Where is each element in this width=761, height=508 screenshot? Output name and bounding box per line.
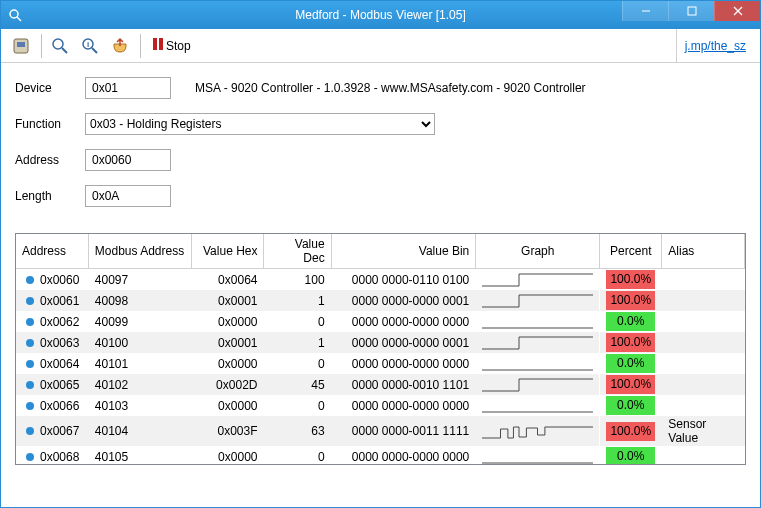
cell-graph bbox=[476, 395, 600, 416]
cell-percent: 100.0% bbox=[600, 374, 662, 395]
cell-alias bbox=[662, 311, 745, 332]
minimize-button[interactable] bbox=[622, 1, 668, 21]
cell-value-dec: 0 bbox=[264, 353, 331, 374]
device-input[interactable] bbox=[85, 77, 171, 99]
table-row[interactable]: 0x0068401050x000000000 0000-0000 00000.0… bbox=[16, 446, 745, 465]
cell-value-hex: 0x0001 bbox=[192, 290, 264, 311]
cell-graph bbox=[476, 269, 600, 291]
cell-address: 0x0064 bbox=[40, 357, 79, 371]
table-row[interactable]: 0x0067401040x003F630000 0000-0011 111110… bbox=[16, 416, 745, 446]
app-icon bbox=[7, 7, 23, 23]
close-button[interactable] bbox=[714, 1, 760, 21]
device-label: Device bbox=[15, 81, 85, 95]
cell-address: 0x0068 bbox=[40, 450, 79, 464]
export-button[interactable] bbox=[106, 32, 134, 60]
cell-value-dec: 0 bbox=[264, 311, 331, 332]
table-row[interactable]: 0x0066401030x000000000 0000-0000 00000.0… bbox=[16, 395, 745, 416]
bullet-icon bbox=[26, 276, 34, 284]
table-row[interactable]: 0x0065401020x002D450000 0000-0010 110110… bbox=[16, 374, 745, 395]
cell-percent: 100.0% bbox=[600, 290, 662, 311]
query-form: Device MSA - 9020 Controller - 1.0.3928 … bbox=[1, 63, 760, 227]
cell-alias bbox=[662, 269, 745, 291]
cell-value-dec: 0 bbox=[264, 446, 331, 465]
svg-point-0 bbox=[10, 10, 18, 18]
col-graph[interactable]: Graph bbox=[476, 234, 600, 269]
col-address[interactable]: Address bbox=[16, 234, 88, 269]
table-row[interactable]: 0x0063401000x000110000 0000-0000 0001100… bbox=[16, 332, 745, 353]
cell-modbus-address: 40097 bbox=[88, 269, 191, 291]
cell-value-bin: 0000 0000-0010 1101 bbox=[331, 374, 476, 395]
col-value-bin[interactable]: Value Bin bbox=[331, 234, 476, 269]
maximize-button[interactable] bbox=[668, 1, 714, 21]
svg-text:i: i bbox=[87, 40, 89, 49]
table-row[interactable]: 0x0064401010x000000000 0000-0000 00000.0… bbox=[16, 353, 745, 374]
cell-address: 0x0061 bbox=[40, 294, 79, 308]
cell-value-dec: 45 bbox=[264, 374, 331, 395]
cell-modbus-address: 40101 bbox=[88, 353, 191, 374]
cell-alias bbox=[662, 290, 745, 311]
svg-rect-13 bbox=[153, 38, 157, 50]
cell-modbus-address: 40104 bbox=[88, 416, 191, 446]
cell-value-bin: 0000 0000-0000 0000 bbox=[331, 311, 476, 332]
table-row[interactable]: 0x0061400980x000110000 0000-0000 0001100… bbox=[16, 290, 745, 311]
connect-button[interactable] bbox=[7, 32, 35, 60]
bullet-icon bbox=[26, 339, 34, 347]
cell-value-bin: 0000 0000-0000 0001 bbox=[331, 290, 476, 311]
toolbar-separator bbox=[41, 34, 42, 58]
cell-value-bin: 0000 0000-0011 1111 bbox=[331, 416, 476, 446]
col-value-hex[interactable]: Value Hex bbox=[192, 234, 264, 269]
cell-value-hex: 0x0000 bbox=[192, 311, 264, 332]
cell-modbus-address: 40098 bbox=[88, 290, 191, 311]
address-input[interactable] bbox=[85, 149, 171, 171]
bullet-icon bbox=[26, 381, 34, 389]
website-link[interactable]: j.mp/the_sz bbox=[676, 29, 754, 62]
cell-address: 0x0060 bbox=[40, 273, 79, 287]
cell-graph bbox=[476, 416, 600, 446]
cell-modbus-address: 40099 bbox=[88, 311, 191, 332]
table-row[interactable]: 0x0060400970x00641000000 0000-0110 01001… bbox=[16, 269, 745, 291]
bullet-icon bbox=[26, 360, 34, 368]
cell-address: 0x0067 bbox=[40, 424, 79, 438]
cell-graph bbox=[476, 446, 600, 465]
cell-percent: 0.0% bbox=[600, 395, 662, 416]
cell-graph bbox=[476, 353, 600, 374]
svg-line-1 bbox=[17, 17, 21, 21]
search-button[interactable] bbox=[46, 32, 74, 60]
svg-rect-7 bbox=[17, 42, 25, 47]
cell-modbus-address: 40102 bbox=[88, 374, 191, 395]
col-modbus-address[interactable]: Modbus Address bbox=[88, 234, 191, 269]
cell-address: 0x0066 bbox=[40, 399, 79, 413]
address-label: Address bbox=[15, 153, 85, 167]
cell-value-hex: 0x0064 bbox=[192, 269, 264, 291]
toolbar: i Stop j.mp/the_sz bbox=[1, 29, 760, 63]
cell-graph bbox=[476, 311, 600, 332]
function-select[interactable]: 0x03 - Holding Registers bbox=[85, 113, 435, 135]
cell-percent: 0.0% bbox=[600, 311, 662, 332]
cell-value-bin: 0000 0000-0110 0100 bbox=[331, 269, 476, 291]
stop-button[interactable]: Stop bbox=[145, 32, 198, 60]
window-buttons bbox=[622, 1, 760, 21]
cell-value-dec: 0 bbox=[264, 395, 331, 416]
cell-percent: 0.0% bbox=[600, 353, 662, 374]
cell-value-bin: 0000 0000-0000 0001 bbox=[331, 332, 476, 353]
length-input[interactable] bbox=[85, 185, 171, 207]
cell-modbus-address: 40100 bbox=[88, 332, 191, 353]
length-label: Length bbox=[15, 189, 85, 203]
titlebar: Medford - Modbus Viewer [1.05] bbox=[1, 1, 760, 29]
table-row[interactable]: 0x0062400990x000000000 0000-0000 00000.0… bbox=[16, 311, 745, 332]
info-button[interactable]: i bbox=[76, 32, 104, 60]
cell-modbus-address: 40103 bbox=[88, 395, 191, 416]
svg-rect-14 bbox=[159, 38, 163, 50]
bullet-icon bbox=[26, 297, 34, 305]
cell-value-hex: 0x003F bbox=[192, 416, 264, 446]
cell-alias: Sensor Value bbox=[662, 416, 745, 446]
cell-alias bbox=[662, 332, 745, 353]
col-alias[interactable]: Alias bbox=[662, 234, 745, 269]
cell-address: 0x0063 bbox=[40, 336, 79, 350]
cell-value-hex: 0x0000 bbox=[192, 353, 264, 374]
col-percent[interactable]: Percent bbox=[600, 234, 662, 269]
cell-modbus-address: 40105 bbox=[88, 446, 191, 465]
register-grid: Address Modbus Address Value Hex Value D… bbox=[15, 233, 746, 465]
col-value-dec[interactable]: Value Dec bbox=[264, 234, 331, 269]
cell-percent: 100.0% bbox=[600, 269, 662, 291]
